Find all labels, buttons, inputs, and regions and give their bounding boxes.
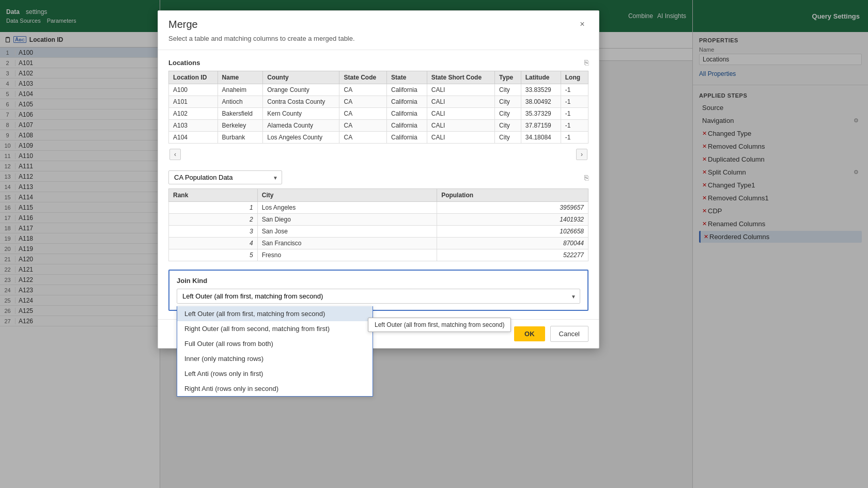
table-cell: Los Angeles County: [263, 132, 339, 144]
table-cell: California: [387, 132, 427, 144]
table-cell: Bakersfield: [218, 108, 263, 120]
join-select-wrapper: Left Outer (all from first, matching fro…: [177, 289, 580, 304]
table-cell: 3959657: [437, 202, 588, 214]
first-table-column-header[interactable]: County: [263, 71, 339, 84]
dialog-subtitle: Select a table and matching columns to c…: [158, 35, 599, 50]
table-cell: -1: [561, 84, 588, 96]
join-kind-select[interactable]: Left Outer (all from first, matching fro…: [177, 289, 580, 304]
table-cell: California: [387, 120, 427, 132]
first-table-column-header[interactable]: Location ID: [169, 71, 218, 84]
join-option[interactable]: Inner (only matching rows): [177, 351, 373, 366]
first-table-header: Locations ⎘: [168, 58, 588, 67]
table-cell: 1401932: [437, 214, 588, 226]
join-kind-section: Join Kind Left Outer (all from first, ma…: [168, 270, 588, 311]
table-cell: -1: [561, 96, 588, 108]
table-cell: Los Angeles: [257, 202, 437, 214]
second-table-column-header[interactable]: Rank: [169, 189, 258, 202]
table-row[interactable]: 3San Jose1026658: [169, 226, 588, 238]
first-table-title: Locations: [168, 59, 200, 67]
table-cell: CALI: [427, 132, 494, 144]
second-table-column-header[interactable]: Population: [437, 189, 588, 202]
table-row[interactable]: 1Los Angeles3959657: [169, 202, 588, 214]
ok-button[interactable]: OK: [514, 326, 545, 341]
table-cell: CA: [339, 132, 387, 144]
first-table-column-header[interactable]: Name: [218, 71, 263, 84]
table-row[interactable]: A104BurbankLos Angeles CountyCACaliforni…: [169, 132, 588, 144]
table-cell: A100: [169, 84, 218, 96]
table-cell: -1: [561, 108, 588, 120]
first-table-column-header[interactable]: Long: [561, 71, 588, 84]
cancel-button[interactable]: Cancel: [550, 326, 588, 342]
table-cell: 3: [169, 226, 258, 238]
table-cell: CALI: [427, 108, 494, 120]
dialog-header: Merge ×: [158, 11, 599, 35]
table-cell: City: [495, 96, 521, 108]
second-table: RankCityPopulation1Los Angeles39596572Sa…: [168, 188, 588, 261]
first-table-nav: ‹ ›: [168, 147, 588, 162]
first-table-icon[interactable]: ⎘: [584, 58, 588, 67]
table-cell: Contra Costa County: [263, 96, 339, 108]
table-cell: CA: [339, 108, 387, 120]
join-dropdown-list[interactable]: Left Outer (all from first, matching fro…: [177, 306, 373, 397]
table-cell: 37.87159: [521, 120, 561, 132]
first-table-column-header[interactable]: State Code: [339, 71, 387, 84]
table-cell: Fresno: [257, 249, 437, 261]
dialog-close-button[interactable]: ×: [576, 18, 588, 30]
table-cell: Anaheim: [218, 84, 263, 96]
table-cell: -1: [561, 132, 588, 144]
first-table-next[interactable]: ›: [576, 149, 587, 160]
table-cell: Burbank: [218, 132, 263, 144]
join-option[interactable]: Right Anti (rows only in second): [177, 381, 373, 396]
table-cell: 1: [169, 202, 258, 214]
table-cell: 870044: [437, 238, 588, 249]
table-row[interactable]: A100AnaheimOrange CountyCACaliforniaCALI…: [169, 84, 588, 96]
second-table-icon[interactable]: ⎘: [584, 174, 588, 182]
table-cell: City: [495, 84, 521, 96]
first-table-prev[interactable]: ‹: [169, 149, 181, 160]
table-row[interactable]: A101AntiochContra Costa CountyCACaliforn…: [169, 96, 588, 108]
join-option[interactable]: Right Outer (all from second, matching f…: [177, 321, 373, 336]
table-cell: San Jose: [257, 226, 437, 238]
table-cell: Kern County: [263, 108, 339, 120]
table-cell: 4: [169, 238, 258, 249]
second-table-select[interactable]: CA Population DataLocationsOther Table: [168, 170, 282, 184]
table-cell: City: [495, 108, 521, 120]
table-cell: Alameda County: [263, 120, 339, 132]
merge-dialog: Merge × Select a table and matching colu…: [158, 10, 599, 349]
table-cell: 2: [169, 214, 258, 226]
table-cell: 38.00492: [521, 96, 561, 108]
table-cell: California: [387, 84, 427, 96]
table-cell: 1026658: [437, 226, 588, 238]
table-row[interactable]: 4San Francisco870044: [169, 238, 588, 249]
join-option[interactable]: Full Outer (all rows from both): [177, 336, 373, 351]
first-table: Location IDNameCountyState CodeStateStat…: [168, 71, 588, 144]
table-cell: CA: [339, 96, 387, 108]
first-table-column-header[interactable]: Type: [495, 71, 521, 84]
table-cell: 34.18084: [521, 132, 561, 144]
second-table-column-header[interactable]: City: [257, 189, 437, 202]
join-option[interactable]: Left Anti (rows only in first): [177, 366, 373, 381]
table-cell: CA: [339, 120, 387, 132]
dialog-title: Merge: [168, 19, 198, 30]
first-table-column-header[interactable]: Latitude: [521, 71, 561, 84]
table-cell: CALI: [427, 84, 494, 96]
table-row[interactable]: 5Fresno522277: [169, 249, 588, 261]
table-row[interactable]: 2San Diego1401932: [169, 214, 588, 226]
second-table-select-wrapper: CA Population DataLocationsOther Table ▼: [168, 170, 282, 184]
table-cell: 35.37329: [521, 108, 561, 120]
table-cell: San Francisco: [257, 238, 437, 249]
dialog-body: Locations ⎘ Location IDNameCountyState C…: [158, 50, 599, 319]
table-cell: Antioch: [218, 96, 263, 108]
table-cell: California: [387, 96, 427, 108]
table-cell: Orange County: [263, 84, 339, 96]
table-cell: -1: [561, 120, 588, 132]
table-cell: City: [495, 132, 521, 144]
first-table-column-header[interactable]: State: [387, 71, 427, 84]
table-row[interactable]: A102BakersfieldKern CountyCACaliforniaCA…: [169, 108, 588, 120]
table-cell: A104: [169, 132, 218, 144]
table-row[interactable]: A103BerkeleyAlameda CountyCACaliforniaCA…: [169, 120, 588, 132]
first-table-column-header[interactable]: State Short Code: [427, 71, 494, 84]
join-option[interactable]: Left Outer (all from first, matching fro…: [177, 306, 373, 321]
table-cell: 5: [169, 249, 258, 261]
table-cell: City: [495, 120, 521, 132]
